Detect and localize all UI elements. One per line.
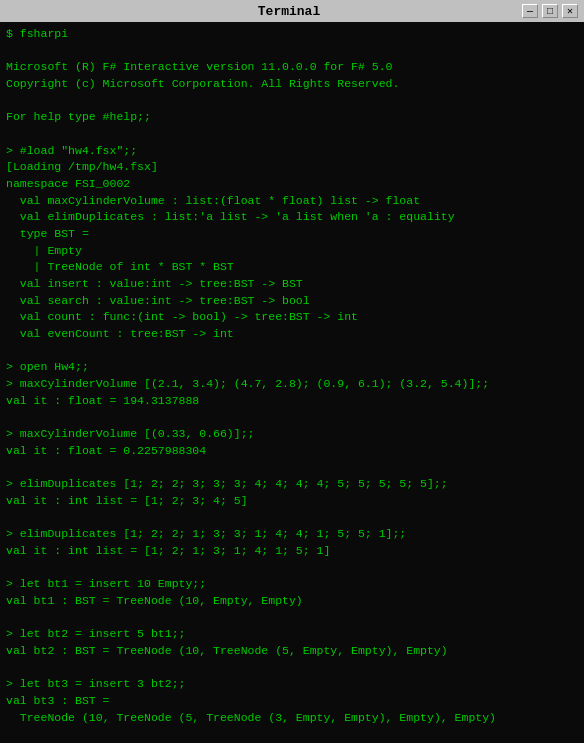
terminal-output: $ fsharpi Microsoft (R) F# Interactive v… [6, 26, 578, 743]
maximize-button[interactable]: □ [542, 4, 558, 18]
title-bar: Terminal — □ ✕ [0, 0, 584, 22]
close-button[interactable]: ✕ [562, 4, 578, 18]
terminal-body[interactable]: $ fsharpi Microsoft (R) F# Interactive v… [0, 22, 584, 743]
title-bar-title: Terminal [56, 4, 522, 19]
minimize-button[interactable]: — [522, 4, 538, 18]
title-bar-controls: — □ ✕ [522, 4, 578, 18]
